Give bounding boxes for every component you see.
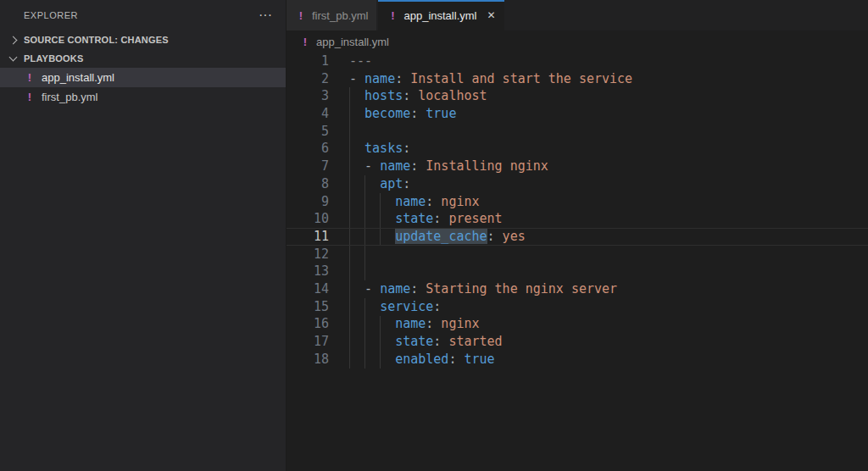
tab-first_pb.yml[interactable]: !first_pb.yml bbox=[287, 0, 376, 30]
token: hosts bbox=[364, 88, 403, 103]
line-content: name: nginx bbox=[349, 315, 868, 333]
token: name bbox=[395, 316, 426, 331]
token: - bbox=[349, 158, 380, 174]
line-number: 17 bbox=[287, 333, 349, 351]
line-content bbox=[349, 246, 868, 263]
explorer-header: EXPLORER ··· bbox=[0, 0, 286, 30]
code-line-9[interactable]: 9 name: nginx bbox=[287, 193, 868, 211]
token: : bbox=[410, 158, 418, 174]
token: localhost bbox=[410, 88, 487, 103]
code-line-11[interactable]: 11 update_cache: yes bbox=[287, 228, 868, 246]
close-icon[interactable]: ✕ bbox=[487, 10, 495, 20]
yaml-file-icon: ! bbox=[25, 71, 34, 84]
code-line-13[interactable]: 13 bbox=[287, 263, 868, 280]
line-number: 3 bbox=[287, 87, 349, 105]
code-editor[interactable]: 1---2- name: Install and start the servi… bbox=[287, 53, 868, 471]
token bbox=[349, 176, 380, 191]
code-line-16[interactable]: 16 name: nginx bbox=[287, 315, 868, 333]
code-line-4[interactable]: 4 become: true bbox=[287, 105, 868, 123]
tab-label: first_pb.yml bbox=[312, 9, 368, 22]
token: state bbox=[395, 211, 433, 226]
code-line-17[interactable]: 17 state: started bbox=[287, 333, 868, 351]
token: name bbox=[380, 281, 410, 296]
token: service bbox=[380, 299, 433, 314]
line-number: 8 bbox=[287, 175, 349, 193]
line-number: 13 bbox=[287, 263, 349, 280]
breadcrumb[interactable]: ! app_install.yml bbox=[287, 30, 868, 53]
token: become bbox=[364, 106, 410, 121]
code-line-10[interactable]: 10 state: present bbox=[287, 210, 868, 228]
yaml-file-icon: ! bbox=[301, 36, 309, 48]
line-number: 9 bbox=[287, 193, 349, 211]
line-number: 10 bbox=[287, 210, 349, 228]
chevron-right-icon bbox=[9, 36, 18, 44]
token: true bbox=[418, 106, 456, 121]
line-content: enabled: true bbox=[349, 351, 868, 368]
section-source-control-changes[interactable]: SOURCE CONTROL: CHANGES bbox=[0, 30, 286, 49]
token bbox=[349, 88, 364, 103]
file-item-first_pb.yml[interactable]: !first_pb.yml bbox=[0, 87, 286, 107]
line-content: tasks: bbox=[349, 140, 868, 158]
token: : bbox=[433, 299, 441, 314]
token: Starting the nginx server bbox=[418, 281, 617, 296]
yaml-file-icon: ! bbox=[297, 9, 305, 22]
editor-group: !first_pb.yml!app_install.yml✕ ! app_ins… bbox=[287, 0, 868, 471]
line-number: 12 bbox=[287, 246, 349, 263]
line-content: hosts: localhost bbox=[349, 87, 868, 105]
token: started bbox=[441, 334, 502, 349]
line-content: become: true bbox=[349, 105, 868, 123]
line-number: 14 bbox=[287, 280, 349, 298]
line-content: - name: Installing nginx bbox=[349, 158, 868, 175]
token: : bbox=[403, 176, 410, 191]
more-actions-icon[interactable]: ··· bbox=[255, 11, 275, 19]
code-line-7[interactable]: 7 - name: Installing nginx bbox=[287, 158, 868, 175]
line-number: 7 bbox=[287, 158, 349, 175]
token: present bbox=[441, 211, 502, 226]
tab-app_install.yml[interactable]: !app_install.yml✕ bbox=[378, 0, 504, 30]
token bbox=[349, 334, 395, 349]
code-line-3[interactable]: 3 hosts: localhost bbox=[287, 87, 868, 105]
token: state bbox=[395, 334, 433, 349]
section-playbooks[interactable]: PLAYBOOKS bbox=[0, 49, 286, 68]
line-number: 6 bbox=[287, 140, 349, 158]
code-line-5[interactable]: 5 bbox=[287, 123, 868, 141]
line-content: update_cache: yes bbox=[349, 228, 868, 246]
token: : bbox=[403, 88, 410, 103]
token: name bbox=[364, 71, 395, 86]
code-line-8[interactable]: 8 apt: bbox=[287, 175, 868, 193]
code-line-1[interactable]: 1--- bbox=[287, 53, 868, 70]
line-number: 16 bbox=[287, 315, 349, 333]
token: apt bbox=[380, 176, 403, 191]
breadcrumb-file-label: app_install.yml bbox=[316, 36, 389, 48]
token: nginx bbox=[433, 194, 479, 209]
token bbox=[349, 229, 395, 244]
chevron-down-icon bbox=[9, 53, 18, 62]
token: : bbox=[395, 71, 403, 86]
line-content: - name: Install and start the service bbox=[349, 70, 868, 88]
code-line-12[interactable]: 12 bbox=[287, 246, 868, 263]
tab-label: app_install.yml bbox=[403, 9, 476, 22]
code-line-6[interactable]: 6 tasks: bbox=[287, 140, 868, 158]
file-name-label: first_pb.yml bbox=[42, 91, 97, 103]
code-line-18[interactable]: 18 enabled: true bbox=[287, 351, 868, 368]
code-line-2[interactable]: 2- name: Install and start the service bbox=[287, 70, 868, 88]
token: : bbox=[426, 316, 433, 331]
token: Install and start the service bbox=[403, 71, 632, 86]
token: yes bbox=[495, 229, 526, 244]
code-line-15[interactable]: 15 service: bbox=[287, 298, 868, 316]
code-line-14[interactable]: 14 - name: Starting the nginx server bbox=[287, 280, 868, 298]
file-tree: !app_install.yml!first_pb.yml bbox=[0, 68, 286, 107]
line-content: apt: bbox=[349, 175, 868, 193]
token bbox=[349, 141, 364, 156]
token: - bbox=[349, 71, 364, 86]
file-item-app_install.yml[interactable]: !app_install.yml bbox=[0, 68, 286, 87]
line-content: state: present bbox=[349, 210, 868, 228]
token: : bbox=[403, 141, 410, 156]
explorer-sidebar: EXPLORER ··· SOURCE CONTROL: CHANGES PLA… bbox=[0, 0, 287, 471]
line-content: --- bbox=[349, 53, 868, 70]
explorer-title: EXPLORER bbox=[24, 10, 255, 20]
token: enabled bbox=[395, 352, 448, 367]
line-content: name: nginx bbox=[349, 193, 868, 211]
token: : bbox=[410, 281, 418, 296]
token: nginx bbox=[433, 316, 479, 331]
